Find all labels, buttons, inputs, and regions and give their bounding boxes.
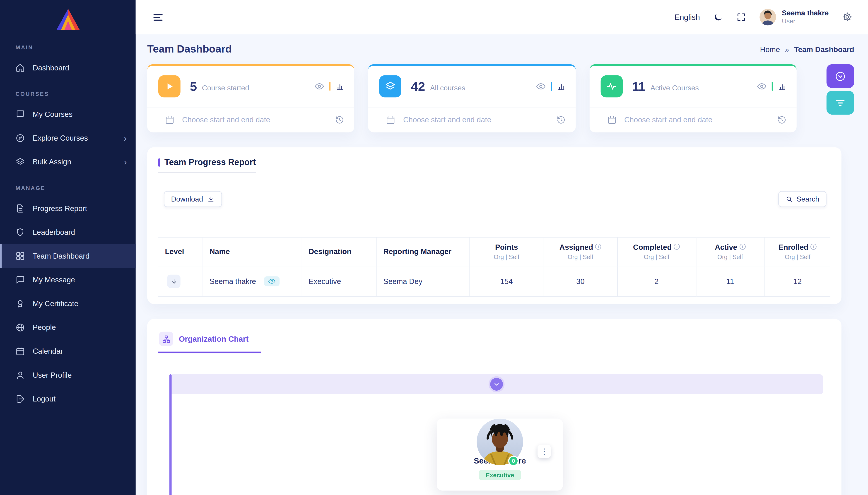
sidebar-item-my-certificate[interactable]: My Certificate [0, 292, 136, 315]
sidebar-item-my-message[interactable]: My Message [0, 268, 136, 292]
gear-icon[interactable] [842, 12, 852, 22]
calendar-icon [165, 115, 174, 125]
sidebar-item-explore-courses[interactable]: Explore Courses › [0, 126, 136, 150]
award-icon [15, 299, 25, 308]
sidebar-item-dashboard[interactable]: Dashboard [0, 56, 136, 80]
filter-button[interactable] [827, 91, 854, 115]
reporting-manager-cell: Seema Dey [376, 266, 470, 296]
date-range-row [590, 107, 797, 132]
org-chart-canvas: 0 ⋮ Seema thakre Executive [169, 374, 830, 495]
search-button[interactable]: Search [778, 191, 827, 207]
date-range-row [147, 107, 355, 132]
org-tree-rail [169, 374, 172, 495]
history-icon[interactable] [335, 115, 344, 125]
column-reporting-manager: Reporting Manager [376, 237, 470, 266]
bar-chart-icon[interactable] [557, 82, 566, 91]
breadcrumb-home-link[interactable]: Home [760, 45, 780, 53]
date-range-input[interactable] [403, 116, 548, 124]
divider [772, 82, 773, 91]
calendar-icon [386, 115, 395, 125]
user-meta: Seema thakre User [782, 9, 829, 25]
designation-cell: Executive [302, 266, 376, 296]
completed-cell: 2 [617, 266, 696, 296]
sidebar-item-people[interactable]: People [0, 315, 136, 339]
nav-section-courses: COURSES [0, 80, 136, 102]
menu-toggle-icon[interactable] [152, 11, 164, 23]
date-range-row [368, 107, 576, 132]
info-icon[interactable]: i [811, 244, 817, 250]
stat-card-course-started: 5 Course started [147, 64, 355, 133]
info-icon[interactable]: i [595, 244, 601, 250]
eye-icon[interactable] [757, 81, 767, 91]
stats-section: 5 Course started [147, 64, 854, 133]
collapse-panel-button[interactable] [827, 64, 854, 88]
sidebar-item-team-dashboard[interactable]: Team Dashboard [0, 244, 136, 268]
bar-chart-icon[interactable] [778, 82, 787, 91]
stat-card-active-courses: 11 Active Courses [590, 64, 797, 133]
book-icon [15, 109, 25, 119]
collapse-node-button[interactable] [490, 378, 503, 391]
stack-icon [379, 75, 402, 98]
sidebar-item-user-profile[interactable]: User Profile [0, 363, 136, 387]
sidebar-item-calendar[interactable]: Calendar [0, 339, 136, 363]
dark-mode-icon[interactable] [713, 12, 723, 22]
bar-chart-icon[interactable] [336, 82, 344, 91]
eye-icon[interactable] [536, 81, 546, 91]
org-root-bar [169, 374, 823, 394]
column-completed: Completedi Org | Self [617, 237, 696, 266]
view-user-icon[interactable] [264, 276, 279, 286]
info-icon[interactable]: i [739, 244, 746, 250]
divider [329, 82, 331, 91]
user-menu[interactable]: Seema thakre User [760, 9, 829, 25]
title-row: Team Dashboard Home » Team Dashboard [147, 43, 854, 55]
logout-icon [15, 394, 25, 404]
assigned-cell: 30 [544, 266, 617, 296]
column-label: Points [495, 243, 518, 251]
info-icon[interactable]: i [674, 244, 680, 250]
stat-actions [536, 81, 566, 91]
history-icon[interactable] [556, 115, 566, 125]
sidebar-item-leaderboard[interactable]: Leaderboard [0, 220, 136, 244]
report-toolbar: Download Search [164, 191, 826, 207]
page-title: Team Dashboard [147, 43, 232, 55]
download-label: Download [171, 195, 203, 203]
date-range-input[interactable] [182, 116, 327, 124]
points-cell: 154 [469, 266, 543, 296]
fullscreen-icon[interactable] [736, 12, 746, 22]
nav-section-manage: MANAGE [0, 174, 136, 197]
stat-card-all-courses: 42 All courses [368, 64, 576, 133]
sidebar-item-my-courses[interactable]: My Courses [0, 102, 136, 126]
app-logo[interactable] [0, 0, 136, 33]
language-selector[interactable]: English [675, 13, 700, 21]
sidebar-item-logout[interactable]: Logout [0, 387, 136, 411]
column-label: Active [715, 243, 737, 251]
stat-actions [757, 81, 787, 91]
sidebar-item-progress-report[interactable]: Progress Report [0, 197, 136, 220]
eye-icon[interactable] [314, 81, 325, 91]
home-icon [15, 63, 25, 73]
date-range-input[interactable] [624, 116, 769, 124]
column-enrolled: Enrolledi Org | Self [765, 237, 830, 266]
progress-table: Level Name Designation Reporting Manager… [158, 237, 830, 297]
stat-value: 5 [190, 79, 197, 94]
history-icon[interactable] [777, 115, 787, 125]
user-icon [15, 371, 25, 380]
search-icon [785, 195, 793, 203]
tab-label: Organization Chart [179, 335, 249, 343]
page-content: Team Dashboard Home » Team Dashboard 5 C… [136, 34, 868, 495]
download-button[interactable]: Download [164, 191, 222, 207]
avatar [760, 9, 776, 25]
calendar-icon [15, 347, 25, 356]
play-icon [158, 75, 181, 98]
chat-icon [15, 275, 25, 285]
sidebar-item-bulk-assign[interactable]: Bulk Assign › [0, 150, 136, 174]
sidebar-nav: MAIN Dashboard COURSES My Courses Explor… [0, 33, 136, 411]
expand-row-icon[interactable] [167, 275, 181, 288]
node-menu-button[interactable]: ⋮ [538, 444, 551, 458]
breadcrumb: Home » Team Dashboard [760, 45, 854, 53]
tab-organization-chart[interactable]: Organization Chart [158, 330, 261, 353]
stat-card-top: 42 All courses [368, 66, 576, 107]
download-icon [207, 195, 215, 203]
name-cell: Seema thakre [203, 266, 302, 296]
organization-chart-panel: Organization Chart [147, 319, 841, 495]
